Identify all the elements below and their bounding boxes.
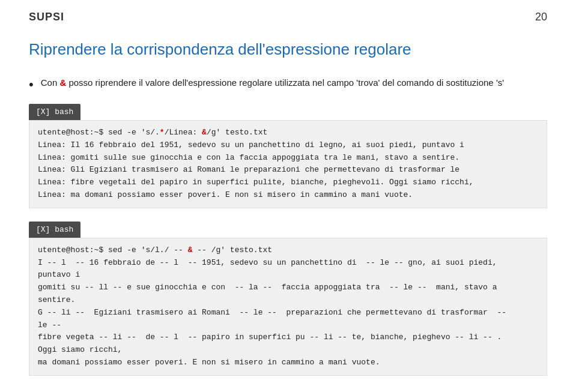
bash-label-text-1: [X] bash	[36, 107, 73, 116]
bullet-ampersand: &	[59, 77, 66, 88]
code-star-1: *	[160, 128, 165, 137]
code-output-1-line-2: Linea: gomiti sulle sue ginocchia e con …	[38, 153, 459, 162]
code-end-1: /g' testo.txt	[207, 128, 267, 137]
bullet-suffix: posso riprendere il valore dell'espressi…	[66, 77, 504, 88]
code-block-2: utente@host:~$ sed -e 's/l./ -- & -- /g'…	[29, 238, 547, 376]
code-output-2-line-5: G -- li -- Egiziani trasmisero ai Romani…	[38, 308, 506, 317]
bash-header-1: [X] bash	[29, 104, 547, 120]
code-block-1: utente@host:~$ sed -e 's/.*/Linea: &/g' …	[29, 120, 547, 208]
code-output-2-line-2: puntavo i	[38, 270, 80, 279]
code-prompt-2: utente@host:~$ sed -e 's/l./ --	[38, 246, 188, 255]
bash-label-text-2: [X] bash	[36, 225, 73, 234]
page-header: SUPSI 20	[29, 11, 547, 23]
bash-block-1-wrapper: [X] bash utente@host:~$ sed -e 's/.*/Lin…	[29, 104, 547, 208]
code-output-2-line-3: gomiti su -- ll -- e sue ginocchia e con…	[38, 283, 497, 292]
code-prompt-1: utente@host:~$ sed -e 's/.	[38, 128, 160, 137]
code-output-1-line-3: Linea: Gli Egiziani trasmisero ai Romani…	[38, 165, 459, 174]
bullet-prefix: Con	[41, 77, 60, 88]
bash-header-2: [X] bash	[29, 222, 547, 238]
code-output-2-line-7: fibre vegeta -- li -- de -- l -- papiro …	[38, 333, 502, 342]
bash-label-1: [X] bash	[29, 104, 80, 120]
bullet-dot: •	[29, 74, 34, 94]
bullet-point: • Con & posso riprendere il valore dell'…	[29, 76, 547, 94]
code-end-2: -- /g' testo.txt	[192, 246, 272, 255]
bash-block-2-wrapper: [X] bash utente@host:~$ sed -e 's/l./ --…	[29, 222, 547, 376]
code-output-2-line-9: ma domani possiamo esser poveri. E non s…	[38, 358, 380, 367]
bullet-text: Con & posso riprendere il valore dell'es…	[41, 76, 504, 90]
header-logo: SUPSI	[29, 11, 64, 23]
code-output-2-line-8: Oggi siamo ricchi,	[38, 345, 122, 354]
code-output-2-line-6: le --	[38, 321, 61, 330]
section-title: Riprendere la corrispondenza dell'espres…	[29, 40, 547, 59]
code-output-2-line-4: sentire.	[38, 295, 75, 304]
code-output-1-line-1: Linea: Il 16 febbraio del 1951, sedevo s…	[38, 140, 464, 149]
code-output-2-line-1: I -- l -- 16 febbraio de -- l -- 1951, s…	[38, 258, 497, 267]
bash-label-2: [X] bash	[29, 222, 80, 238]
code-output-1-line-4: Linea: fibre vegetali del papiro in supe…	[38, 178, 474, 187]
code-output-1-line-5: Linea: ma domani possiamo esser poveri. …	[38, 190, 413, 199]
page-number: 20	[535, 11, 547, 23]
page-container: SUPSI 20 Riprendere la corrispondenza de…	[0, 0, 576, 392]
code-amp-1: &	[202, 128, 207, 137]
code-linea-1: /Linea:	[165, 128, 202, 137]
